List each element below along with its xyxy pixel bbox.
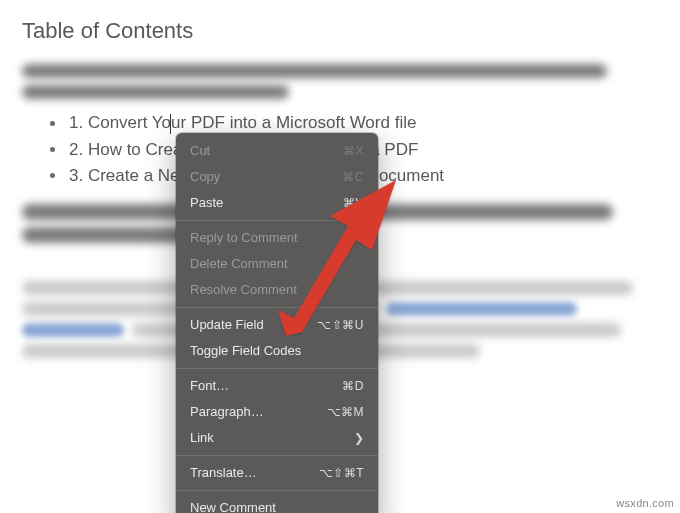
- menu-separator: [176, 307, 378, 308]
- menu-label: Resolve Comment: [190, 281, 297, 299]
- menu-separator: [176, 368, 378, 369]
- menu-label: Reply to Comment: [190, 229, 298, 247]
- menu-label: Font…: [190, 377, 229, 395]
- watermark: wsxdn.com: [616, 497, 674, 509]
- shortcut-label: ⌘D: [342, 377, 364, 395]
- shortcut-label: ⌘C: [342, 168, 364, 186]
- menu-translate[interactable]: Translate… ⌥⇧⌘T: [176, 460, 378, 486]
- shortcut-label: ⌥⇧⌘T: [319, 464, 364, 482]
- bullet-icon: [50, 121, 55, 126]
- bullet-icon: [50, 147, 55, 152]
- menu-separator: [176, 455, 378, 456]
- text-cursor: [170, 114, 171, 134]
- menu-label: Paste: [190, 194, 223, 212]
- menu-label: Translate…: [190, 464, 257, 482]
- menu-update-field[interactable]: Update Field ⌥⇧⌘U: [176, 312, 378, 338]
- menu-resolve-comment: Resolve Comment: [176, 277, 378, 303]
- context-menu: Cut ⌘X Copy ⌘C Paste ⌘V Reply to Comment…: [176, 133, 378, 513]
- menu-delete-comment: Delete Comment: [176, 251, 378, 277]
- shortcut-label: ⌥⌘M: [327, 403, 365, 421]
- shortcut-label: ⌘X: [343, 142, 364, 160]
- menu-label: New Comment: [190, 499, 276, 513]
- blurred-heading-1: [22, 64, 658, 99]
- menu-new-comment[interactable]: New Comment: [176, 495, 378, 513]
- toc-heading: Table of Contents: [22, 18, 658, 44]
- menu-label: Paragraph…: [190, 403, 264, 421]
- menu-label: Cut: [190, 142, 210, 160]
- shortcut-label: ⌘V: [343, 194, 364, 212]
- menu-label: Delete Comment: [190, 255, 288, 273]
- menu-label: Toggle Field Codes: [190, 342, 301, 360]
- menu-font[interactable]: Font… ⌘D: [176, 373, 378, 399]
- menu-separator: [176, 220, 378, 221]
- menu-paste[interactable]: Paste ⌘V: [176, 190, 378, 216]
- menu-link[interactable]: Link ❯: [176, 425, 378, 451]
- menu-reply-comment: Reply to Comment: [176, 225, 378, 251]
- shortcut-label: ⌥⇧⌘U: [317, 316, 364, 334]
- menu-label: Link: [190, 429, 214, 447]
- menu-label: Copy: [190, 168, 220, 186]
- bullet-icon: [50, 173, 55, 178]
- toc-item[interactable]: 1. Convert Your PDF into a Microsoft Wor…: [22, 113, 658, 134]
- menu-paragraph[interactable]: Paragraph… ⌥⌘M: [176, 399, 378, 425]
- toc-item-label: 1. Convert Your PDF into a Microsoft Wor…: [69, 113, 416, 134]
- menu-separator: [176, 490, 378, 491]
- menu-label: Update Field: [190, 316, 264, 334]
- menu-toggle-field-codes[interactable]: Toggle Field Codes: [176, 338, 378, 364]
- chevron-right-icon: ❯: [354, 429, 364, 447]
- menu-copy: Copy ⌘C: [176, 164, 378, 190]
- menu-cut: Cut ⌘X: [176, 138, 378, 164]
